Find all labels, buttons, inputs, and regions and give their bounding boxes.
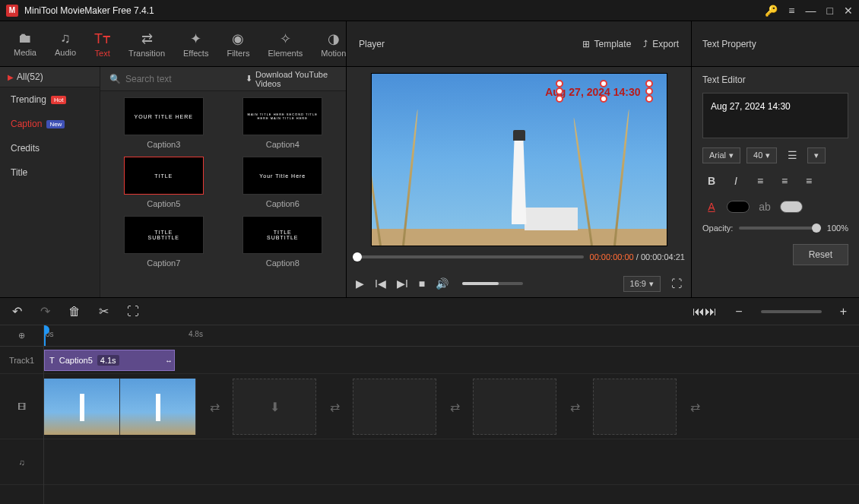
text-color-button[interactable]: A	[702, 198, 721, 216]
undo-button[interactable]: ↶	[12, 304, 22, 319]
delete-button[interactable]: 🗑	[68, 305, 81, 319]
audio-track[interactable]	[44, 439, 859, 485]
tab-transition[interactable]: ⇄Transition	[121, 27, 173, 61]
motion-icon: ◑	[328, 30, 340, 47]
chevron-down-icon: ▾	[765, 151, 770, 160]
stop-button[interactable]: ■	[419, 277, 425, 290]
video-clip[interactable]	[44, 379, 196, 435]
download-youtube-link[interactable]: ⬇Download YouTube Videos	[246, 70, 337, 88]
video-track[interactable]: ⇄ ⬇ ⇄ ⇄ ⇄ ⇄	[44, 374, 859, 439]
align-right-button[interactable]: ≡	[800, 172, 818, 190]
add-track-button[interactable]: ⊕	[0, 325, 43, 347]
aspect-select[interactable]: 16:9▾	[623, 276, 661, 292]
more-select[interactable]: ▾	[807, 147, 826, 163]
prev-frame-button[interactable]: I◀	[375, 277, 386, 290]
minimize-icon[interactable]: —	[806, 5, 816, 17]
category-all[interactable]: ▶All(52)	[0, 67, 100, 87]
template-caption3[interactable]: YOUR TITLE HERECaption3	[116, 97, 212, 149]
media-slot[interactable]	[593, 379, 677, 435]
template-button[interactable]: ⊞Template	[582, 39, 632, 49]
timeline-ruler[interactable]: 0s 4.8s	[44, 325, 859, 347]
close-icon[interactable]: ✕	[844, 5, 853, 17]
tab-media[interactable]: 🖿Media	[6, 27, 44, 60]
maximize-icon[interactable]: □	[827, 5, 833, 17]
tab-text[interactable]: TᴛText	[87, 27, 118, 61]
template-caption5[interactable]: TITLECaption5	[116, 157, 212, 208]
play-button[interactable]: ▶	[356, 277, 364, 290]
property-title: Text Property	[692, 21, 859, 67]
tab-audio[interactable]: ♫Audio	[47, 27, 84, 60]
highlight-button[interactable]: ab	[756, 198, 774, 216]
fullscreen-button[interactable]: ⛶	[671, 277, 682, 290]
video-track-icon: 🎞	[0, 374, 43, 439]
category-credits[interactable]: Credits	[0, 136, 100, 160]
text-editor-input[interactable]: Aug 27, 2024 14:30	[702, 93, 848, 138]
transition-slot[interactable]: ⇄	[686, 379, 704, 435]
resize-handle[interactable]	[556, 80, 563, 87]
align-left-button[interactable]: ≡	[751, 172, 769, 190]
highlight-swatch[interactable]	[780, 201, 803, 213]
transition-slot[interactable]: ⇄	[325, 379, 344, 435]
italic-button[interactable]: I	[727, 172, 745, 190]
volume-icon[interactable]: 🔊	[436, 277, 449, 290]
split-button[interactable]: ✂	[99, 304, 109, 319]
music-icon: ♫	[60, 30, 71, 46]
transition-slot[interactable]: ⇄	[566, 379, 584, 435]
preview-viewport[interactable]: Aug 27, 2024 14:30	[371, 73, 667, 246]
resize-handle[interactable]	[645, 80, 653, 87]
export-icon: ⤴	[643, 39, 648, 49]
transition-icon: ⇄	[141, 30, 153, 47]
opacity-label: Opacity:	[702, 223, 733, 233]
bold-button[interactable]: B	[702, 172, 721, 190]
text-color-swatch[interactable]	[727, 201, 750, 213]
redo-button[interactable]: ↷	[40, 304, 50, 319]
category-title[interactable]: Title	[0, 160, 100, 185]
template-caption8[interactable]: TITLE SUBTITLECaption8	[235, 216, 331, 268]
export-button[interactable]: ⤴Export	[643, 39, 679, 49]
template-caption4[interactable]: MAIN TITLE HERE SECOND TITLE HERE MAIN T…	[235, 97, 331, 149]
zoom-slider[interactable]	[761, 310, 822, 313]
upgrade-icon[interactable]: 🔑	[765, 5, 778, 17]
tab-elements[interactable]: ✧Elements	[260, 27, 310, 61]
line-spacing-button[interactable]: ☰	[783, 146, 801, 164]
speed-icon[interactable]: ⏮⏭	[693, 305, 717, 319]
category-trending[interactable]: TrendingHot	[0, 87, 100, 112]
transition-slot[interactable]: ⇄	[205, 379, 223, 435]
template-caption7[interactable]: TITLE SUBTITLECaption7	[116, 216, 212, 268]
category-caption[interactable]: CaptionNew	[0, 112, 100, 136]
template-icon: ⊞	[582, 39, 590, 49]
crop-button[interactable]: ⛶	[127, 305, 139, 319]
resize-handle[interactable]	[556, 95, 563, 103]
tab-effects[interactable]: ✦Effects	[176, 27, 216, 61]
zoom-in-button[interactable]: +	[840, 305, 847, 319]
text-track[interactable]: T Caption5 4.1s ↔	[44, 347, 859, 374]
resize-handle[interactable]	[600, 95, 607, 103]
search-input[interactable]: 🔍	[109, 74, 239, 84]
media-slot[interactable]	[353, 379, 436, 435]
next-frame-button[interactable]: ▶I	[397, 277, 408, 290]
menu-icon[interactable]: ≡	[788, 5, 794, 17]
align-center-button[interactable]: ≡	[775, 172, 794, 190]
resize-handle[interactable]	[556, 87, 563, 95]
scrubber[interactable]	[353, 255, 584, 258]
resize-handle[interactable]	[645, 95, 653, 103]
reset-button[interactable]: Reset	[793, 244, 848, 265]
media-slot[interactable]: ⬇	[233, 379, 316, 435]
resize-handle[interactable]	[645, 87, 653, 95]
playhead[interactable]	[44, 325, 46, 346]
template-caption6[interactable]: Your Title HereCaption6	[235, 157, 331, 208]
tab-filters[interactable]: ◉Filters	[219, 27, 257, 61]
resize-handle[interactable]	[600, 80, 607, 87]
opacity-value: 100%	[827, 223, 848, 233]
volume-slider[interactable]	[462, 282, 523, 285]
zoom-out-button[interactable]: −	[735, 305, 742, 319]
text-editor-label: Text Editor	[702, 74, 848, 85]
font-size-select[interactable]: 40▾	[746, 147, 777, 163]
player-title: Player	[359, 39, 570, 49]
opacity-slider[interactable]	[739, 227, 821, 230]
font-select[interactable]: Arial▾	[702, 147, 740, 163]
text-clip[interactable]: T Caption5 4.1s ↔	[44, 350, 175, 371]
transition-slot[interactable]: ⇄	[445, 379, 464, 435]
media-slot[interactable]	[473, 379, 556, 435]
resize-handle-icon[interactable]: ↔	[165, 357, 173, 365]
